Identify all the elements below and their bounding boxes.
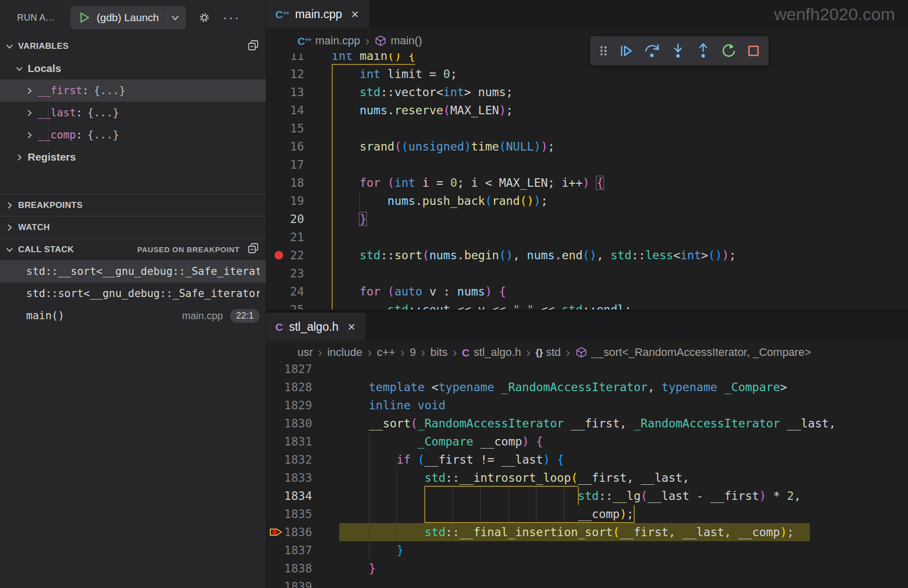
tab-label: stl_algo.h <box>289 320 338 334</box>
code-text[interactable]: int limit = 0; <box>332 65 457 83</box>
close-icon[interactable]: × <box>351 8 359 21</box>
breadcrumb-label: main.cpp <box>315 34 360 47</box>
more-actions-icon[interactable]: ··· <box>223 15 241 20</box>
stop-button[interactable] <box>745 43 762 59</box>
breadcrumb: usr›include›c++›9›bits›Cstl_algo.h›{}std… <box>266 341 908 364</box>
continue-button[interactable] <box>618 42 635 59</box>
line-number: 1830 <box>266 414 312 432</box>
debug-toolbar <box>590 36 769 65</box>
code-text[interactable]: std::__final_insertion_sort(__first, __l… <box>355 523 794 541</box>
step-out-button[interactable] <box>695 42 712 59</box>
code-text[interactable]: inline void <box>355 396 445 414</box>
code-line: 23 <box>266 264 908 282</box>
code-line: 1834 std::__lg(__last - __first) * 2, <box>266 487 908 505</box>
code-text[interactable]: std::cout << v << " " << std::endl; <box>332 301 631 310</box>
line-number: 1833 <box>266 469 312 487</box>
breadcrumb-item[interactable]: Cstl_algo.h <box>462 346 521 359</box>
breakpoints-title: BREAKPOINTS <box>18 200 83 210</box>
registers-label: Registers <box>28 151 76 163</box>
code-text[interactable]: __comp); <box>355 505 634 523</box>
locals-scope-row[interactable]: Locals <box>0 57 266 80</box>
code-text[interactable]: template <typename _RandomAccessIterator… <box>355 378 787 396</box>
code-text[interactable]: if (__first != __last) { <box>355 451 564 469</box>
line-number: 20 <box>266 210 304 228</box>
breakpoints-section-header[interactable]: BREAKPOINTS <box>0 194 266 216</box>
code-text[interactable]: _Compare __comp) { <box>355 432 543 451</box>
breadcrumb-item[interactable]: bits <box>430 346 447 359</box>
step-into-button[interactable] <box>669 42 687 59</box>
chevron-right-icon <box>15 153 24 162</box>
tab-stl-algo-h[interactable]: C stl_algo.h × <box>266 313 365 341</box>
line-number: 25 <box>266 301 304 310</box>
code-line: 1830 __sort(_RandomAccessIterator __firs… <box>266 414 908 432</box>
restart-button[interactable] <box>720 42 737 59</box>
gear-icon[interactable] <box>197 10 212 25</box>
variable-row[interactable]: __first:{...} <box>0 80 266 102</box>
code-text[interactable]: std::__lg(__last - __first) * 2, <box>355 487 801 505</box>
drag-grip-icon[interactable] <box>597 43 610 58</box>
start-debug-icon[interactable] <box>78 11 91 24</box>
code-line: 1836 std::__final_insertion_sort(__first… <box>266 523 908 541</box>
tab-main-cpp[interactable]: C++ main.cpp × <box>266 0 369 28</box>
stack-frame-row[interactable]: std::__sort<__gnu_debug::_Safe_iterator<… <box>0 260 266 282</box>
breadcrumb-item[interactable]: 9 <box>410 346 416 359</box>
breadcrumb-item[interactable]: __sort<_RandomAccessIterator, _Compare> <box>575 346 811 359</box>
code-line: 1839 <box>266 577 908 588</box>
code-text[interactable]: __sort(_RandomAccessIterator __first, _R… <box>355 414 836 432</box>
code-text[interactable]: std::sort(nums.begin(), nums.end(), std:… <box>332 246 736 264</box>
code-line: 1833 std::__introsort_loop(__first, __la… <box>266 469 908 487</box>
code-line: 16 srand((unsigned)time(NULL)); <box>266 137 908 156</box>
variable-value: {...} <box>88 107 119 119</box>
symbol-cube-icon <box>575 346 587 358</box>
code-line: 21 <box>266 228 908 246</box>
code-line: 1827 <box>266 364 908 378</box>
step-over-button[interactable] <box>643 42 661 59</box>
variables-section-header[interactable]: VARIABLES <box>0 35 266 57</box>
code-viewport-main[interactable]: 11int main() {12 int limit = 0;13 std::v… <box>266 53 908 310</box>
collapse-all-icon[interactable] <box>247 242 260 257</box>
code-text[interactable]: for (auto v : nums) { <box>332 282 506 301</box>
editor-main-cpp: C++ main.cpp × wenfh2020.com C++main.cpp… <box>266 0 908 310</box>
breadcrumb-item[interactable]: C++main.cpp <box>297 34 360 47</box>
line-number: 17 <box>266 156 304 174</box>
breadcrumb-item[interactable]: {}std <box>536 346 561 359</box>
code-viewport-stl[interactable]: 18271828 template <typename _RandomAcces… <box>266 364 908 588</box>
breadcrumb-item[interactable]: include <box>327 346 362 359</box>
code-text[interactable]: } <box>332 210 366 228</box>
stack-frame-row[interactable]: main()main.cpp22:1 <box>0 305 266 327</box>
variable-value: {...} <box>88 129 119 141</box>
collapse-all-icon[interactable] <box>247 39 260 54</box>
frame-file: main.cpp <box>182 310 223 322</box>
close-icon[interactable]: × <box>348 320 355 333</box>
line-number: 22 <box>266 246 304 264</box>
variable-row[interactable]: __comp:{...} <box>0 124 266 146</box>
code-text[interactable]: std::__introsort_loop(__first, __last, <box>355 469 690 487</box>
breadcrumb-separator: › <box>526 345 531 360</box>
watch-section-header[interactable]: WATCH <box>0 216 266 238</box>
registers-scope-row[interactable]: Registers <box>0 146 266 168</box>
launch-config-label: (gdb) Launch <box>97 12 159 24</box>
line-number: 1839 <box>266 577 312 588</box>
line-number: 1828 <box>266 378 312 396</box>
code-text[interactable]: srand((unsigned)time(NULL)); <box>332 137 555 156</box>
chevron-down-icon[interactable] <box>170 12 181 23</box>
breadcrumb-item[interactable]: main() <box>374 34 422 47</box>
code-text[interactable]: nums.reserve(MAX_LEN); <box>332 101 513 119</box>
breadcrumb-label: usr <box>297 346 313 359</box>
code-text[interactable]: nums.push_back(rand()); <box>332 192 548 210</box>
breadcrumb-item[interactable]: c++ <box>377 346 396 359</box>
code-text[interactable]: std::vector<int> nums; <box>332 83 513 101</box>
code-text[interactable]: for (int i = 0; i < MAX_LEN; i++) { <box>332 174 603 192</box>
breadcrumb-item[interactable]: usr <box>297 346 313 359</box>
launch-config-dropdown[interactable]: (gdb) Launch <box>70 6 186 29</box>
callstack-section-header[interactable]: CALL STACK PAUSED ON BREAKPOINT <box>0 238 266 260</box>
code-text[interactable]: } <box>355 541 404 559</box>
chevron-right-icon <box>25 131 34 139</box>
variable-row[interactable]: __last:{...} <box>0 102 266 124</box>
code-line: 11int main() { <box>266 53 908 65</box>
chevron-down-icon <box>5 42 14 51</box>
code-text[interactable]: int main() { <box>332 53 415 65</box>
code-text[interactable]: } <box>355 559 376 577</box>
dropdown-divider <box>166 11 167 24</box>
stack-frame-row[interactable]: std::sort<__gnu_debug::_Safe_iterator<__… <box>0 282 266 305</box>
